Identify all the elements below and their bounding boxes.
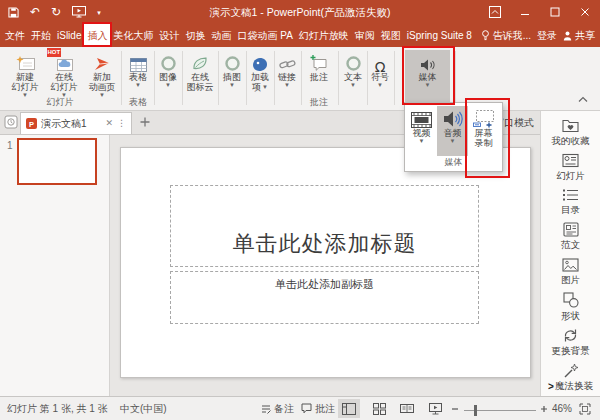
sidebar-item-change-background[interactable]: 更换背景	[541, 328, 600, 358]
sidebar-item-sample-docs[interactable]: 范文	[541, 222, 600, 252]
tab-design[interactable]: 设计	[156, 24, 182, 47]
redo-icon[interactable]: ↻	[51, 6, 61, 18]
sidebar-item-pictures[interactable]: 图片	[541, 258, 600, 287]
tab-insert[interactable]: 插入	[84, 24, 110, 47]
document-tab-bar: P 演示文稿1 ✕ ⋮ 窗口模式	[0, 111, 600, 135]
slide-sorter-view-button[interactable]	[368, 399, 390, 418]
dropdown-arrow-icon: ▼	[450, 138, 456, 145]
sidebar-item-shapes[interactable]: 形状	[541, 292, 600, 323]
new-animation-page-button[interactable]: 新加 动画页 ▼	[84, 50, 120, 99]
comment-bubble-icon	[301, 403, 312, 414]
tab-islide[interactable]: iSlide	[54, 24, 84, 47]
tab-home[interactable]: 开始	[28, 24, 54, 47]
share-button[interactable]: 共享	[560, 29, 598, 43]
image-icon	[160, 50, 177, 72]
media-group-label: 媒体	[405, 156, 502, 169]
sidebar-item-favorites[interactable]: 我的收藏	[541, 118, 600, 148]
illustration-button[interactable]: 插图 ▼	[220, 50, 244, 89]
online-slide-button[interactable]: HOT 在线 幻灯片 ▼	[45, 50, 83, 99]
zoom-slider-thumb[interactable]	[474, 405, 477, 416]
zoom-level[interactable]: 46%	[552, 397, 572, 420]
powerpoint-window: 演示文稿1 - PowerPoint(产品激活失败) ↶ ↻ ▾	[0, 0, 600, 420]
document-tab[interactable]: P 演示文稿1 ✕ ⋮	[20, 112, 132, 134]
text-button[interactable]: 文本 ▼	[341, 50, 365, 89]
customize-qat-icon[interactable]: ▾	[97, 9, 101, 16]
language-status[interactable]: 中文(中国)	[120, 397, 167, 420]
tab-view[interactable]: 视图	[378, 24, 404, 47]
addins-button[interactable]: 加载 项▼	[247, 50, 273, 92]
login-button[interactable]: 登录	[534, 29, 560, 43]
table-label: 表格	[129, 72, 147, 82]
dropdown-arrow-icon: ▼	[262, 84, 268, 91]
sidebar-item-magic-dressup[interactable]: > 魔法换装	[541, 363, 600, 393]
undo-icon[interactable]: ↶	[30, 6, 40, 18]
subtitle-placeholder[interactable]: 单击此处添加副标题	[170, 271, 479, 324]
online-slide-label-1: 在线	[55, 72, 73, 82]
minimize-icon[interactable]	[510, 0, 540, 24]
zoom-out-button[interactable]	[451, 397, 459, 420]
tab-pocket-animation[interactable]: 口袋动画 PA	[234, 24, 295, 47]
tell-me-button[interactable]: 告诉我...	[478, 29, 534, 43]
link-button[interactable]: 链接 ▼	[275, 50, 299, 89]
new-tab-icon[interactable]	[139, 116, 151, 128]
tab-meihua[interactable]: 美化大师	[110, 24, 156, 47]
slide-canvas[interactable]: 单击此处添加标题 单击此处添加副标题	[120, 147, 531, 378]
audio-button[interactable]: 音频 ▼	[437, 106, 468, 156]
tab-ispring[interactable]: iSpring Suite 8	[404, 24, 475, 47]
reading-view-button[interactable]	[396, 399, 418, 418]
close-tab-icon[interactable]: ✕	[105, 119, 113, 128]
video-label: 视频	[413, 128, 431, 138]
notes-label: 备注	[274, 402, 294, 416]
media-button[interactable]: 媒体 ▼	[405, 50, 450, 102]
tab-menu-icon[interactable]: ⋮	[117, 119, 126, 128]
save-icon[interactable]	[8, 7, 19, 18]
tab-slideshow[interactable]: 幻灯片放映	[296, 24, 352, 47]
image-button[interactable]: 图像 ▼	[156, 50, 180, 89]
maximize-icon[interactable]	[540, 0, 570, 24]
symbol-button[interactable]: Ω 符号 ▼	[368, 50, 392, 89]
omega-icon: Ω	[375, 50, 386, 72]
favorites-folder-icon	[562, 118, 579, 133]
comments-button[interactable]: 批注	[301, 397, 335, 420]
online-slide-icon: HOT	[55, 50, 74, 72]
sidebar-label: 范文	[561, 239, 580, 252]
normal-view-button[interactable]	[338, 399, 360, 418]
icon-cloud-label-2: 图标云	[187, 82, 214, 92]
slideshow-view-button[interactable]	[424, 399, 446, 418]
screen-recording-button[interactable]: 屏幕 录制	[468, 106, 499, 156]
addins-label-2: 项	[252, 82, 261, 92]
powerpoint-file-icon: P	[26, 118, 37, 129]
title-placeholder[interactable]: 单击此处添加标题	[170, 185, 479, 267]
zoom-in-button[interactable]	[540, 397, 548, 420]
comment-button[interactable]: 批注	[304, 50, 334, 82]
group-divider	[455, 51, 456, 105]
notes-button[interactable]: 备注	[261, 397, 294, 420]
sidebar-item-toc[interactable]: 目录	[541, 188, 600, 217]
dropdown-arrow-icon: ▼	[425, 82, 431, 89]
tab-review[interactable]: 审阅	[352, 24, 378, 47]
screen-rec-label-1: 屏幕	[475, 128, 493, 138]
picture-icon	[562, 258, 579, 272]
tab-file[interactable]: 文件	[2, 24, 28, 47]
dropdown-arrow-icon: ▼	[165, 82, 171, 89]
screen-recording-icon	[473, 106, 495, 128]
new-slide-button[interactable]: 新建 幻灯片 ▼	[6, 50, 44, 99]
collapse-panel-icon[interactable]: >	[548, 381, 554, 392]
start-slideshow-icon[interactable]	[72, 6, 86, 18]
collapse-ribbon-icon[interactable]	[578, 96, 588, 103]
session-manager-icon[interactable]	[4, 115, 18, 129]
tab-animations[interactable]: 动画	[208, 24, 234, 47]
table-button[interactable]: 表格 ▼	[124, 50, 152, 89]
online-icon-cloud-button[interactable]: 在线 图标云	[184, 50, 216, 92]
ribbon-display-options-icon[interactable]	[480, 0, 510, 24]
illustration-label: 插图	[223, 72, 241, 82]
dropdown-arrow-icon: ▼	[284, 82, 290, 89]
video-button[interactable]: 视频 ▼	[406, 106, 437, 156]
group-divider	[182, 51, 183, 105]
sidebar-item-slides[interactable]: 幻灯片	[541, 153, 600, 183]
group-label-slides: 幻灯片	[28, 96, 92, 109]
fit-to-window-button[interactable]	[579, 397, 591, 420]
slide-thumbnail[interactable]	[17, 138, 97, 185]
close-icon[interactable]	[570, 0, 600, 24]
tab-transitions[interactable]: 切换	[182, 24, 208, 47]
